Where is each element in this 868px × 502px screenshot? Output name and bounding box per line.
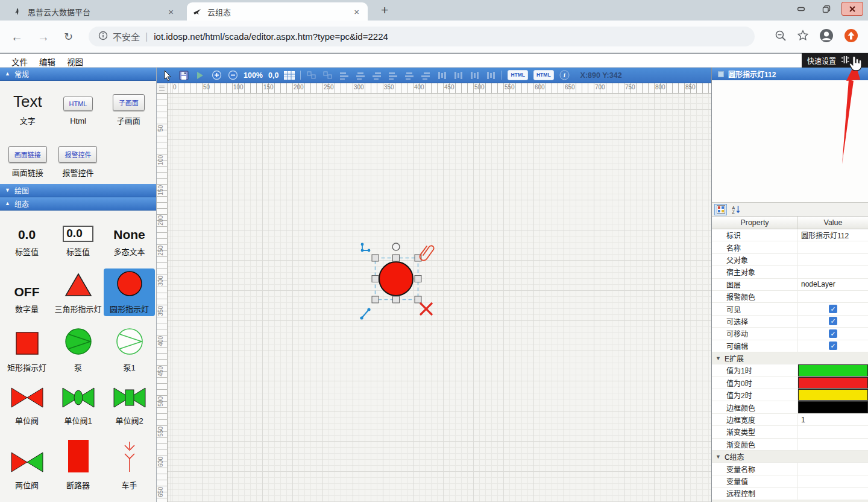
zoom-out-page-icon[interactable] xyxy=(775,30,787,44)
zoom-out-icon[interactable] xyxy=(227,70,238,81)
profile-avatar-icon[interactable] xyxy=(819,28,834,45)
property-value[interactable]: ✓ xyxy=(797,340,868,352)
checkbox-checked-icon[interactable]: ✓ xyxy=(829,317,837,325)
checkbox-checked-icon[interactable]: ✓ xyxy=(829,329,837,338)
property-value[interactable] xyxy=(797,266,868,278)
bookmark-star-icon[interactable] xyxy=(797,30,809,44)
property-value[interactable] xyxy=(797,426,868,437)
info-icon[interactable]: i xyxy=(559,70,570,81)
property-row[interactable]: 渐变颜色 xyxy=(712,439,868,451)
property-value[interactable] xyxy=(797,439,868,450)
extension-icon[interactable] xyxy=(844,28,858,45)
property-value[interactable] xyxy=(797,291,868,302)
close-button[interactable] xyxy=(841,2,863,16)
palette-item[interactable]: 画面链接画面链接 xyxy=(2,139,53,180)
color-swatch[interactable] xyxy=(798,364,868,376)
palette-item[interactable]: 单位阀1 xyxy=(52,385,104,428)
select-cursor-icon[interactable] xyxy=(162,70,173,81)
palette-item[interactable]: 圆形指示灯 xyxy=(104,268,155,316)
property-value[interactable] xyxy=(797,389,868,401)
palette-item[interactable]: HTMLHtml xyxy=(53,87,104,128)
property-value[interactable] xyxy=(797,488,868,499)
palette-item[interactable]: 报警控件报警控件 xyxy=(53,139,104,180)
html-preview-button[interactable]: HTML xyxy=(533,70,554,80)
palette-section-header-2[interactable]: ▲组态 xyxy=(0,197,156,211)
property-row[interactable]: 名称 xyxy=(712,241,868,253)
sort-az-icon[interactable]: AZ xyxy=(729,204,742,215)
property-row[interactable]: 远程控制 xyxy=(712,488,868,500)
property-group-row[interactable]: ▼L标签文本 xyxy=(712,500,868,502)
address-bar[interactable]: 不安全 | iot.idosp.net/html/scada/editor.as… xyxy=(89,27,755,46)
palette-item[interactable]: 单位阀 xyxy=(1,385,52,428)
attach-paperclip-icon[interactable] xyxy=(420,246,434,260)
delete-x-icon[interactable] xyxy=(420,303,432,315)
color-swatch[interactable] xyxy=(798,377,868,389)
property-value[interactable] xyxy=(797,401,868,413)
palette-item[interactable]: 0.0标签值 xyxy=(1,218,52,259)
dock-panel-icon[interactable] xyxy=(841,56,849,66)
run-icon[interactable] xyxy=(195,70,206,81)
minimize-button[interactable] xyxy=(791,2,811,15)
property-value[interactable] xyxy=(797,241,868,253)
property-group-row[interactable]: ▼C组态 xyxy=(712,451,868,463)
palette-item[interactable]: 断路器 xyxy=(52,437,104,492)
design-canvas[interactable] xyxy=(168,94,711,502)
property-row[interactable]: 可编辑✓ xyxy=(712,340,868,352)
quick-settings-button[interactable]: 快速设置 ▼ xyxy=(802,53,868,68)
property-value[interactable] xyxy=(797,475,868,487)
property-value[interactable]: ✓ xyxy=(797,328,868,339)
property-value[interactable] xyxy=(797,463,868,474)
property-row[interactable]: 值为0时 xyxy=(712,377,868,389)
restore-button[interactable] xyxy=(816,2,837,15)
property-row[interactable]: 可移动✓ xyxy=(712,328,868,340)
back-button[interactable]: ← xyxy=(11,31,23,43)
selected-shape-group[interactable] xyxy=(356,238,440,323)
menu-item-1[interactable]: 编辑 xyxy=(39,56,55,68)
property-row[interactable]: 可选择✓ xyxy=(712,316,868,328)
checkbox-checked-icon[interactable]: ✓ xyxy=(829,305,837,313)
palette-item[interactable]: Text文字 xyxy=(2,87,53,128)
property-value[interactable]: 圆形指示灯112 xyxy=(797,229,868,241)
property-group-row[interactable]: ▼E扩展 xyxy=(712,352,868,364)
reload-button[interactable]: ↻ xyxy=(64,31,73,42)
object-tree[interactable] xyxy=(712,80,868,203)
property-row[interactable]: 变量值 xyxy=(712,475,868,488)
palette-section-header-0[interactable]: ▲常规 xyxy=(0,68,156,81)
palette-item[interactable]: 子画面子画面 xyxy=(103,87,154,128)
menu-item-0[interactable]: 文件 xyxy=(11,56,28,68)
property-value[interactable] xyxy=(797,364,868,376)
scale-line-icon[interactable] xyxy=(360,308,370,319)
palette-item[interactable]: None多态文本 xyxy=(104,218,155,259)
property-row[interactable]: 可见✓ xyxy=(712,303,868,315)
property-row[interactable]: 渐变类型 xyxy=(712,426,868,438)
menu-item-2[interactable]: 视图 xyxy=(67,56,83,68)
property-value[interactable]: ✓ xyxy=(797,316,868,327)
property-row[interactable]: 值为1时 xyxy=(712,364,868,376)
property-row[interactable]: 父对象 xyxy=(712,254,868,266)
property-value[interactable]: 1 xyxy=(797,414,868,425)
browser-tab-platform[interactable]: 思普云大数据平台 × xyxy=(7,2,182,21)
color-swatch[interactable] xyxy=(798,401,868,413)
forward-button[interactable]: → xyxy=(37,31,49,43)
connect-icon[interactable] xyxy=(361,243,371,252)
property-row[interactable]: 变量名称 xyxy=(712,463,868,475)
site-info-icon[interactable] xyxy=(98,31,108,42)
property-value[interactable] xyxy=(797,254,868,265)
zoom-in-icon[interactable] xyxy=(211,70,222,81)
property-row[interactable]: 边框颜色 xyxy=(712,401,868,413)
property-value[interactable]: ✓ xyxy=(797,303,868,314)
property-value[interactable]: nodeLayer xyxy=(797,279,868,290)
save-icon[interactable] xyxy=(178,70,189,81)
palette-item[interactable]: 泵1 xyxy=(104,326,155,375)
dropdown-caret-icon[interactable]: ▼ xyxy=(854,57,860,63)
html-source-button[interactable]: HTML xyxy=(508,70,528,80)
close-tab-icon[interactable]: × xyxy=(351,6,362,17)
palette-section-header-1[interactable]: ▼绘图 xyxy=(0,184,156,197)
grid-toggle-icon[interactable] xyxy=(284,70,295,81)
browser-tab-scada[interactable]: 云组态 × xyxy=(187,2,368,21)
close-tab-icon[interactable]: × xyxy=(166,6,176,17)
property-row[interactable]: 图层nodeLayer xyxy=(712,279,868,291)
palette-item[interactable]: 泵 xyxy=(52,326,104,375)
palette-item[interactable]: 0.0标签值 xyxy=(52,218,104,259)
palette-item[interactable]: 单位阀2 xyxy=(104,385,155,428)
